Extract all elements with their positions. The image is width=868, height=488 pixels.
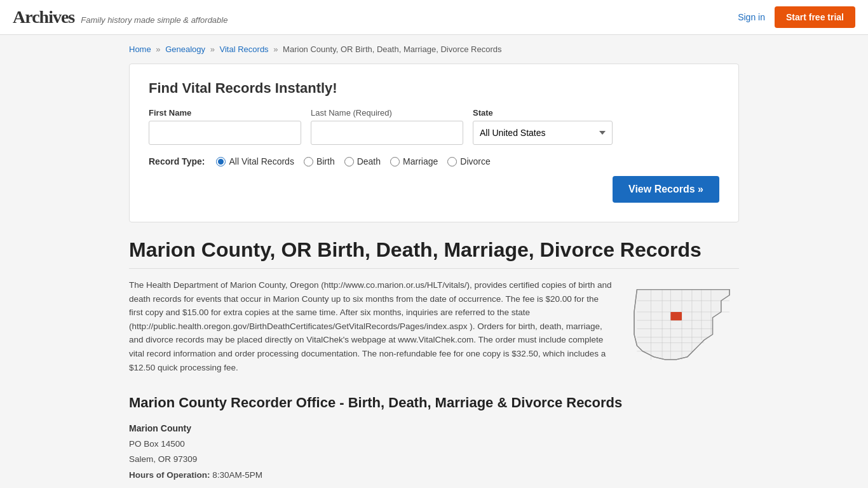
breadcrumb-vital-records[interactable]: Vital Records — [220, 44, 269, 54]
map-container — [625, 278, 739, 376]
search-box: Find Vital Records Instantly! First Name… — [129, 64, 739, 222]
header-left: Archives Family history made simple & af… — [13, 7, 227, 27]
radio-input-birth[interactable] — [304, 157, 313, 166]
radio-marriage[interactable]: Marriage — [390, 156, 438, 166]
breadcrumb-sep-2: » — [210, 44, 215, 54]
recorder-title: Marion County Recorder Office - Birth, D… — [129, 395, 739, 411]
record-type-label: Record Type: — [149, 156, 205, 166]
last-name-label: Last Name (Required) — [311, 108, 463, 118]
header-right: Sign in Start free trial — [738, 6, 855, 28]
search-actions: View Records » — [149, 176, 719, 203]
office-address2: Salem, OR 97309 — [129, 452, 739, 467]
logo: Archives — [13, 7, 74, 27]
oregon-map — [625, 278, 739, 374]
radio-input-all[interactable] — [216, 157, 226, 166]
first-name-label: First Name — [149, 108, 301, 118]
radio-input-divorce[interactable] — [447, 157, 457, 166]
office-hours: Hours of Operation: 8:30AM-5PM — [129, 468, 739, 483]
last-name-group: Last Name (Required) — [311, 108, 463, 145]
radio-divorce[interactable]: Divorce — [447, 156, 490, 166]
breadcrumb-sep-3: » — [273, 44, 278, 54]
view-records-button[interactable]: View Records » — [613, 176, 719, 203]
svg-rect-15 — [670, 312, 682, 320]
breadcrumb-sep-1: » — [156, 44, 160, 54]
radio-birth[interactable]: Birth — [304, 156, 335, 166]
main-content: Home » Genealogy » Vital Records » Mario… — [116, 35, 752, 488]
breadcrumb-genealogy[interactable]: Genealogy — [165, 44, 205, 54]
body-text: The Health Department of Marion County, … — [129, 278, 612, 376]
content-section: The Health Department of Marion County, … — [129, 278, 739, 376]
hours-label: Hours of Operation: — [129, 470, 210, 480]
office-info: Marion County PO Box 14500 Salem, OR 973… — [129, 421, 739, 483]
sign-in-link[interactable]: Sign in — [738, 12, 765, 22]
search-title: Find Vital Records Instantly! — [149, 80, 719, 97]
page-title: Marion County, OR Birth, Death, Marriage… — [129, 238, 739, 269]
breadcrumb-current: Marion County, OR Birth, Death, Marriage… — [283, 44, 501, 54]
breadcrumb-home[interactable]: Home — [129, 44, 151, 54]
radio-all-vital[interactable]: All Vital Records — [216, 156, 294, 166]
last-name-input[interactable] — [311, 121, 463, 145]
header: Archives Family history made simple & af… — [0, 0, 868, 35]
logo-tagline: Family history made simple & affordable — [81, 15, 227, 25]
start-trial-button[interactable]: Start free trial — [775, 6, 855, 28]
radio-death[interactable]: Death — [344, 156, 381, 166]
breadcrumb: Home » Genealogy » Vital Records » Mario… — [129, 44, 739, 54]
radio-input-death[interactable] — [344, 157, 354, 166]
state-select[interactable]: All United States Alabama Alaska Arizona… — [473, 121, 613, 145]
radio-group: All Vital Records Birth Death Marriage D… — [216, 156, 490, 166]
record-type-row: Record Type: All Vital Records Birth Dea… — [149, 156, 719, 166]
state-label: State — [473, 108, 613, 118]
state-group: State All United States Alabama Alaska A… — [473, 108, 613, 145]
search-fields: First Name Last Name (Required) State Al… — [149, 108, 719, 145]
office-address1: PO Box 14500 — [129, 437, 739, 452]
hours-value: 8:30AM-5PM — [212, 470, 262, 480]
first-name-input[interactable] — [149, 121, 301, 145]
first-name-group: First Name — [149, 108, 301, 145]
office-name: Marion County — [129, 421, 739, 437]
radio-input-marriage[interactable] — [390, 157, 400, 166]
